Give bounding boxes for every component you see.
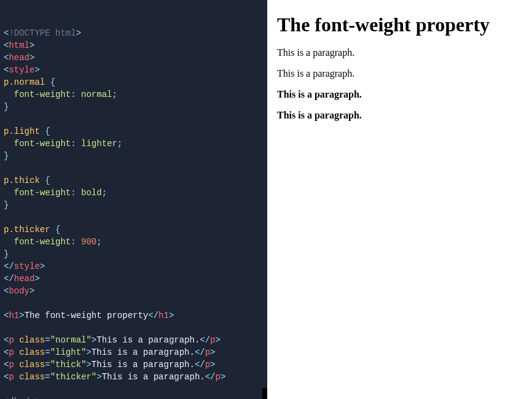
code-token: > bbox=[210, 347, 215, 357]
code-token: !DOCTYPE html bbox=[9, 28, 76, 38]
code-line[interactable]: p.thicker { bbox=[4, 223, 264, 236]
code-token: ; bbox=[96, 237, 101, 247]
code-token: </ bbox=[4, 261, 14, 271]
code-token: ; bbox=[102, 188, 107, 198]
code-token: > bbox=[92, 335, 96, 345]
code-line[interactable] bbox=[4, 113, 264, 125]
code-line[interactable]: <style> bbox=[4, 64, 264, 76]
code-token: </ bbox=[148, 311, 158, 320]
code-line[interactable] bbox=[4, 211, 264, 223]
code-token: "normal" bbox=[50, 335, 92, 345]
code-line[interactable]: font-weight: normal; bbox=[4, 88, 264, 101]
code-token: > bbox=[29, 41, 34, 50]
code-token: = bbox=[45, 347, 50, 357]
code-token: class bbox=[19, 335, 45, 345]
code-line[interactable]: <p class="normal">This is a paragraph.</… bbox=[4, 334, 264, 346]
code-token: { bbox=[50, 77, 55, 87]
code-token: p bbox=[9, 360, 14, 370]
code-token: </ bbox=[195, 360, 205, 370]
code-token: > bbox=[40, 261, 45, 271]
code-line[interactable]: p.normal { bbox=[4, 76, 264, 88]
code-line[interactable]: <p class="light">This is a paragraph.</p… bbox=[4, 346, 264, 358]
code-token: : bbox=[71, 237, 81, 247]
code-line[interactable]: </body> bbox=[4, 395, 264, 399]
code-token: </ bbox=[205, 372, 216, 382]
preview-paragraph: This is a paragraph. bbox=[277, 89, 522, 100]
code-token: = bbox=[45, 335, 50, 345]
code-line[interactable]: font-weight: 900; bbox=[4, 236, 264, 248]
code-token: > bbox=[221, 372, 225, 382]
code-token: head bbox=[14, 274, 35, 284]
code-token bbox=[4, 237, 14, 247]
code-token bbox=[40, 126, 45, 136]
code-token: This is a paragraph. bbox=[102, 372, 205, 382]
code-token bbox=[14, 372, 19, 382]
code-token: </ bbox=[195, 347, 205, 357]
code-line[interactable] bbox=[4, 383, 264, 395]
code-line[interactable]: } bbox=[4, 101, 264, 113]
code-token: > bbox=[216, 335, 221, 345]
code-line[interactable]: font-weight: lighter; bbox=[4, 138, 264, 150]
code-token bbox=[14, 360, 19, 370]
code-token: p bbox=[205, 347, 210, 357]
code-token: > bbox=[29, 53, 34, 63]
scrollbar-thumb[interactable] bbox=[262, 388, 267, 399]
code-line[interactable]: <html> bbox=[4, 39, 264, 52]
code-token: lighter bbox=[81, 139, 117, 149]
preview-paragraph: This is a paragraph. bbox=[277, 47, 522, 58]
code-token: > bbox=[76, 28, 81, 38]
code-editor[interactable]: <!DOCTYPE html><html><head><style>p.norm… bbox=[0, 0, 267, 399]
code-line[interactable]: p.thick { bbox=[4, 174, 264, 187]
code-token: style bbox=[9, 65, 34, 75]
code-token: ; bbox=[112, 90, 117, 99]
code-token: : bbox=[71, 188, 81, 198]
code-token: class bbox=[19, 360, 45, 370]
code-token: > bbox=[86, 360, 91, 370]
code-line[interactable]: <p class="thick">This is a paragraph.</p… bbox=[4, 358, 264, 371]
code-token: > bbox=[34, 397, 39, 399]
code-token: = bbox=[45, 360, 50, 370]
code-token bbox=[40, 176, 45, 185]
code-token: </ bbox=[4, 274, 14, 284]
code-token: h1 bbox=[158, 311, 169, 320]
code-line[interactable]: <body> bbox=[4, 285, 264, 297]
code-line[interactable]: </style> bbox=[4, 260, 264, 273]
code-line[interactable] bbox=[4, 297, 264, 309]
code-line[interactable] bbox=[4, 162, 264, 174]
code-token: } bbox=[4, 151, 9, 161]
code-token: p.thicker bbox=[4, 225, 50, 234]
preview-pane: The font-weight property This is a parag… bbox=[267, 0, 532, 399]
code-token: { bbox=[45, 126, 50, 136]
code-token: { bbox=[45, 176, 50, 185]
code-line[interactable]: } bbox=[4, 150, 264, 162]
code-line[interactable]: } bbox=[4, 248, 264, 260]
code-line[interactable]: p.light { bbox=[4, 125, 264, 138]
preview-heading: The font-weight property bbox=[277, 14, 522, 36]
code-token bbox=[4, 139, 14, 149]
code-token bbox=[14, 347, 19, 357]
code-token: font-weight bbox=[14, 188, 71, 198]
code-token: p bbox=[216, 372, 221, 382]
code-line[interactable]: <!DOCTYPE html> bbox=[4, 27, 264, 39]
code-line[interactable]: } bbox=[4, 199, 264, 211]
code-token bbox=[4, 90, 14, 99]
code-token: This is a paragraph. bbox=[96, 335, 200, 345]
code-token: This is a paragraph. bbox=[92, 347, 195, 357]
code-content[interactable]: <!DOCTYPE html><html><head><style>p.norm… bbox=[4, 27, 264, 399]
code-token: p.thick bbox=[4, 176, 40, 185]
code-token: h1 bbox=[9, 311, 19, 320]
code-token: bold bbox=[81, 188, 102, 198]
code-line[interactable] bbox=[4, 322, 264, 334]
code-token: > bbox=[34, 65, 39, 75]
code-line[interactable]: </head> bbox=[4, 273, 264, 285]
code-line[interactable]: <h1>The font-weight property</h1> bbox=[4, 309, 264, 322]
code-token: html bbox=[9, 41, 29, 50]
code-line[interactable]: <p class="thicker">This is a paragraph.<… bbox=[4, 371, 264, 383]
code-token: "light" bbox=[50, 347, 87, 357]
code-line[interactable]: <head> bbox=[4, 52, 264, 64]
code-token: : bbox=[71, 90, 81, 99]
code-line[interactable]: font-weight: bold; bbox=[4, 187, 264, 199]
code-token: } bbox=[4, 200, 9, 210]
code-token: { bbox=[55, 225, 60, 234]
code-token: p bbox=[9, 347, 14, 357]
